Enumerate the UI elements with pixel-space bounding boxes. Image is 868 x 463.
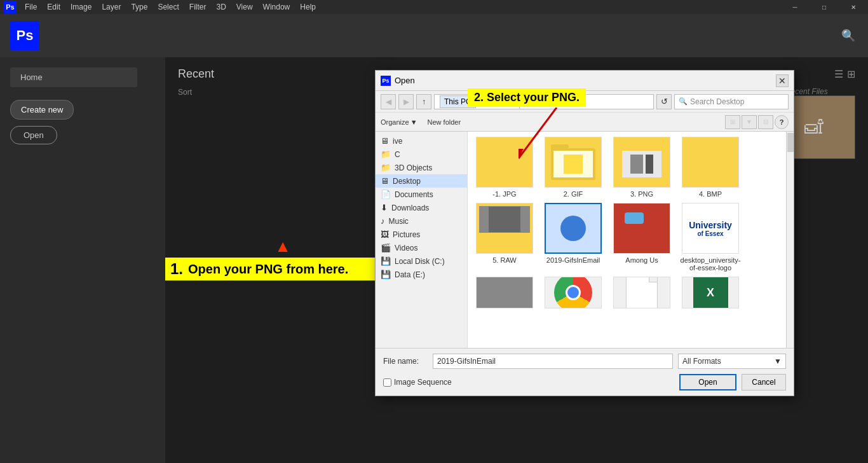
nav-datae-icon: 💾 [381,270,391,279]
path-bar[interactable]: This PC › Desktop › ▼ [434,94,654,109]
file-name-raw: 5. RAW [492,256,517,264]
dialog-view-toggle[interactable]: ⊞ [725,115,740,129]
file-item-raw[interactable]: 5. RAW [473,203,536,272]
create-new-button[interactable]: Create new [10,100,74,120]
nav-pics-icon: 🖼 [381,230,389,239]
filename-input[interactable] [433,354,673,369]
nav-item-datae[interactable]: 💾 Data (E:) [376,268,467,281]
minimize-button[interactable]: ─ [780,0,810,14]
refresh-button[interactable]: ↺ [656,94,672,109]
path-this-pc[interactable]: This PC [440,95,476,108]
nav-item-pictures[interactable]: 🖼 Pictures [376,228,467,241]
file-item-bmp[interactable]: 4. BMP [679,137,742,198]
back-button[interactable]: ◀ [381,94,396,109]
nav-item-3dobjects[interactable]: 📁 3D Objects [376,161,467,174]
file-item-excel[interactable]: X [679,277,742,311]
folder-icon-gif [551,144,595,180]
menu-image[interactable]: Image [66,1,96,13]
format-select[interactable]: All Formats ▼ [678,354,786,369]
nav-item-music[interactable]: ♪ Music [376,214,467,228]
main-layout: Home Create new Open Recent ☰ ⊞ Sort Fil… [0,57,868,463]
search-placeholder: Search Desktop [690,97,744,106]
menu-filter[interactable]: Filter [185,1,211,13]
file-item-chrome[interactable] [541,277,605,311]
file-item-png[interactable]: 3. PNG [610,137,674,198]
search-icon-dialog: 🔍 [679,97,688,106]
menu-help[interactable]: Help [295,1,320,13]
dialog-ps-icon: Ps [381,76,391,86]
path-dropdown[interactable]: ▼ [519,94,532,109]
menu-file[interactable]: File [20,1,41,13]
nav-item-desktop[interactable]: 🖥 Desktop [376,174,467,188]
content-area: Recent ☰ ⊞ Sort Filter CONSTELLATIONS [165,57,868,463]
nav-item-drive[interactable]: 🖥 ive [376,134,467,148]
title-bar: Ps 🔍 [0,14,868,57]
nav-item-localc[interactable]: 💾 Local Disk (C:) [376,254,467,268]
file-item-gif[interactable]: 2. GIF [541,137,605,198]
file-item-essex[interactable]: University of Essex desktop_university-o… [679,203,742,272]
grid-view-icon[interactable]: ⊞ [847,68,855,80]
menu-view[interactable]: View [232,1,257,13]
dialog-nav-toolbar: Organize ▼ New folder ⊞ ▼ ⊟ ? [376,113,794,132]
file-thumb-chrome [545,277,602,308]
file-name-essex: desktop_university-of-essex-logo [681,256,741,272]
search-bar[interactable]: 🔍 Search Desktop [674,94,789,109]
nav-docs-icon: 📄 [381,190,391,199]
file-item-jpg[interactable]: -1. JPG [473,137,536,198]
organize-button[interactable]: Organize ▼ [381,118,417,126]
essex-logo: University of Essex [686,218,735,240]
chrome-icon [554,277,592,308]
nav-item-documents[interactable]: 📄 Documents [376,188,467,201]
file-item-among-us[interactable]: Among Us [610,203,674,272]
file-thumb-jpg [476,137,533,188]
new-folder-button[interactable]: New folder [428,118,461,126]
dialog-view-tiles[interactable]: ⊟ [758,115,773,129]
file-item-doc[interactable] [610,277,674,311]
dialog-title: Open [395,76,415,85]
close-button[interactable]: ✕ [839,0,868,14]
nav-item-videos[interactable]: 🎬 Videos [376,241,467,254]
maximize-button[interactable]: □ [810,0,839,14]
open-button[interactable]: Open [10,126,57,144]
menu-select[interactable]: Select [153,1,183,13]
nav-desktop-icon: 🖥 [381,176,389,186]
menu-type[interactable]: Type [126,1,152,13]
menu-3d[interactable]: 3D [212,1,230,13]
dialog-close-button[interactable]: ✕ [776,74,789,87]
search-icon[interactable]: 🔍 [841,29,855,43]
dialog-view-dropdown[interactable]: ▼ [742,115,757,129]
file-pane: -1. JPG [468,132,794,348]
folder-icon-jpg [482,144,527,180]
dialog-help-button[interactable]: ? [775,115,789,129]
organize-chevron: ▼ [410,118,417,126]
home-button[interactable]: Home [10,67,137,87]
image-sequence-check[interactable]: Image Sequence [383,378,452,387]
nav-item-downloads[interactable]: ⬇ Downloads [376,201,467,214]
nav-desktop-label: Desktop [393,177,421,186]
menu-edit[interactable]: Edit [43,1,65,13]
organize-label: Organize [381,118,409,126]
nav-item-c[interactable]: 📁 C [376,148,467,161]
among-us-visor [625,212,644,224]
file-item-imgpartial[interactable] [473,277,536,311]
file-item-gifs-in-email[interactable]: 2019-GifsInEmail [541,203,605,272]
step1-label: 1. Open your PNG from here. [165,258,381,280]
folder-icon-bmp [688,144,733,180]
open-action-button[interactable]: Open [679,374,736,390]
path-desktop: Desktop [484,97,512,106]
list-view-icon[interactable]: ☰ [834,68,843,80]
menu-window[interactable]: Window [259,1,295,13]
up-button[interactable]: ↑ [416,94,431,109]
view-icons: ☰ ⊞ [834,68,855,80]
scrollbar-vertical[interactable] [786,132,794,348]
forward-button[interactable]: ▶ [398,94,414,109]
nav-localc-icon: 💾 [381,256,391,266]
cancel-button[interactable]: Cancel [742,374,786,390]
sort-label: Sort [178,88,192,97]
menu-layer[interactable]: Layer [97,1,125,13]
image-sequence-checkbox[interactable] [383,378,391,387]
nav-c-icon: 📁 [381,149,391,159]
scrollbar-thumb [787,133,794,152]
nav-vid-label: Videos [395,244,417,252]
step1-annotation: ▲ 1. Open your PNG from here. [165,237,381,280]
